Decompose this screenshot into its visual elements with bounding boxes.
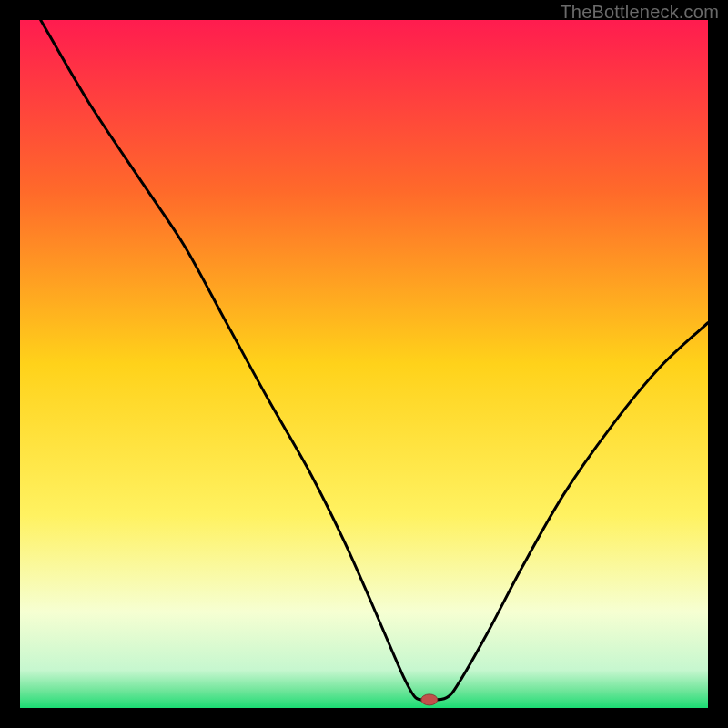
chart-frame: TheBottleneck.com [0,0,728,728]
gradient-background [20,20,708,708]
plot-area [20,20,708,708]
chart-svg [20,20,708,708]
optimal-point-marker [421,694,438,705]
watermark-text: TheBottleneck.com [560,2,719,23]
